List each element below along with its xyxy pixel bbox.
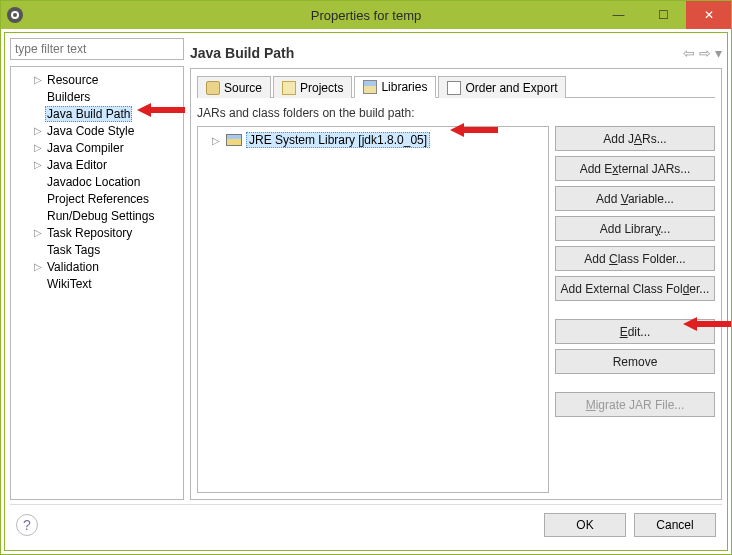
remove-button[interactable]: Remove bbox=[555, 349, 715, 374]
tree-item-label: Project References bbox=[45, 192, 151, 206]
twisty-icon[interactable]: ▷ bbox=[31, 227, 45, 238]
category-tree[interactable]: ▷ResourceBuildersJava Build Path▷Java Co… bbox=[10, 66, 184, 500]
window-title: Properties for temp bbox=[311, 8, 422, 23]
tree-item[interactable]: Project References bbox=[13, 190, 181, 207]
properties-dialog: Properties for temp — ☐ ✕ ▷ResourceBuild… bbox=[0, 0, 732, 555]
menu-icon[interactable]: ▾ bbox=[715, 45, 722, 61]
twisty-icon[interactable]: ▷ bbox=[31, 74, 45, 85]
back-icon[interactable]: ⇦ bbox=[683, 45, 695, 61]
page-title: Java Build Path bbox=[190, 45, 294, 61]
library-item[interactable]: ▷ JRE System Library [jdk1.8.0_05] bbox=[202, 131, 544, 149]
tree-item[interactable]: WikiText bbox=[13, 275, 181, 292]
twisty-icon[interactable]: ▷ bbox=[31, 125, 45, 136]
tree-item-label: Java Build Path bbox=[45, 106, 132, 122]
twisty-icon[interactable]: ▷ bbox=[31, 159, 45, 170]
main-area: ▷ResourceBuildersJava Build Path▷Java Co… bbox=[10, 38, 722, 500]
tab-source[interactable]: Source bbox=[197, 76, 271, 98]
svg-point-1 bbox=[13, 13, 17, 17]
help-button[interactable]: ? bbox=[16, 514, 38, 536]
libraries-icon bbox=[363, 80, 377, 94]
titlebar: Properties for temp — ☐ ✕ bbox=[1, 1, 731, 29]
filter-input[interactable] bbox=[10, 38, 184, 60]
maximize-button[interactable]: ☐ bbox=[641, 1, 686, 29]
add-variable-button[interactable]: Add Variable... bbox=[555, 186, 715, 211]
tree-item[interactable]: Java Build Path bbox=[13, 105, 181, 122]
tree-item-label: Task Repository bbox=[45, 226, 134, 240]
add-class-folder-button[interactable]: Add Class Folder... bbox=[555, 246, 715, 271]
add-external-jars-button[interactable]: Add External JARs... bbox=[555, 156, 715, 181]
cancel-button[interactable]: Cancel bbox=[634, 513, 716, 537]
tree-item[interactable]: Task Tags bbox=[13, 241, 181, 258]
tree-item-label: Java Compiler bbox=[45, 141, 126, 155]
tab-projects[interactable]: Projects bbox=[273, 76, 352, 98]
twisty-icon[interactable]: ▷ bbox=[31, 261, 45, 272]
minimize-button[interactable]: — bbox=[596, 1, 641, 29]
add-jars-button[interactable]: Add JARs... bbox=[555, 126, 715, 151]
button-column: Add JARs... Add External JARs... Add Var… bbox=[555, 126, 715, 493]
library-label: JRE System Library [jdk1.8.0_05] bbox=[246, 132, 430, 148]
close-button[interactable]: ✕ bbox=[686, 1, 731, 29]
tree-item[interactable]: ▷Validation bbox=[13, 258, 181, 275]
tree-item[interactable]: Javadoc Location bbox=[13, 173, 181, 190]
projects-icon bbox=[282, 81, 296, 95]
tree-item-label: Java Editor bbox=[45, 158, 109, 172]
tree-item-label: Task Tags bbox=[45, 243, 102, 257]
edit-button[interactable]: Edit... bbox=[555, 319, 715, 344]
order-icon bbox=[447, 81, 461, 95]
library-icon bbox=[226, 134, 242, 146]
tab-order-export[interactable]: Order and Export bbox=[438, 76, 566, 98]
dialog-body: ▷ResourceBuildersJava Build Path▷Java Co… bbox=[4, 32, 728, 551]
libraries-list[interactable]: ▷ JRE System Library [jdk1.8.0_05] bbox=[197, 126, 549, 493]
tree-item[interactable]: Run/Debug Settings bbox=[13, 207, 181, 224]
right-pane: Java Build Path ⇦ ⇨ ▾ Source Projects Li… bbox=[190, 38, 722, 500]
tree-item[interactable]: ▷Resource bbox=[13, 71, 181, 88]
tree-item[interactable]: ▷Java Compiler bbox=[13, 139, 181, 156]
tree-item-label: WikiText bbox=[45, 277, 94, 291]
ok-button[interactable]: OK bbox=[544, 513, 626, 537]
twisty-icon[interactable]: ▷ bbox=[31, 142, 45, 153]
tree-item-label: Validation bbox=[45, 260, 101, 274]
nav-icons: ⇦ ⇨ ▾ bbox=[683, 45, 722, 61]
expand-icon[interactable]: ▷ bbox=[212, 135, 222, 146]
tab-description: JARs and class folders on the build path… bbox=[197, 106, 715, 120]
tree-item[interactable]: ▷Task Repository bbox=[13, 224, 181, 241]
tree-item-label: Resource bbox=[45, 73, 100, 87]
page-content: Source Projects Libraries Order and Expo… bbox=[190, 68, 722, 500]
source-icon bbox=[206, 81, 220, 95]
tree-item[interactable]: ▷Java Editor bbox=[13, 156, 181, 173]
tab-libraries[interactable]: Libraries bbox=[354, 76, 436, 98]
left-pane: ▷ResourceBuildersJava Build Path▷Java Co… bbox=[10, 38, 184, 500]
window-buttons: — ☐ ✕ bbox=[596, 1, 731, 29]
add-external-class-folder-button[interactable]: Add External Class Folder... bbox=[555, 276, 715, 301]
work-area: ▷ JRE System Library [jdk1.8.0_05] Add J… bbox=[197, 126, 715, 493]
tree-item[interactable]: Builders bbox=[13, 88, 181, 105]
page-header: Java Build Path ⇦ ⇨ ▾ bbox=[190, 38, 722, 68]
footer: ? OK Cancel bbox=[10, 504, 722, 545]
app-icon bbox=[7, 7, 23, 23]
forward-icon[interactable]: ⇨ bbox=[699, 45, 711, 61]
tree-item-label: Run/Debug Settings bbox=[45, 209, 156, 223]
tab-bar: Source Projects Libraries Order and Expo… bbox=[197, 75, 715, 98]
tree-item[interactable]: ▷Java Code Style bbox=[13, 122, 181, 139]
tree-item-label: Java Code Style bbox=[45, 124, 136, 138]
tree-item-label: Javadoc Location bbox=[45, 175, 142, 189]
migrate-jar-button: Migrate JAR File... bbox=[555, 392, 715, 417]
tree-item-label: Builders bbox=[45, 90, 92, 104]
add-library-button[interactable]: Add Library... bbox=[555, 216, 715, 241]
